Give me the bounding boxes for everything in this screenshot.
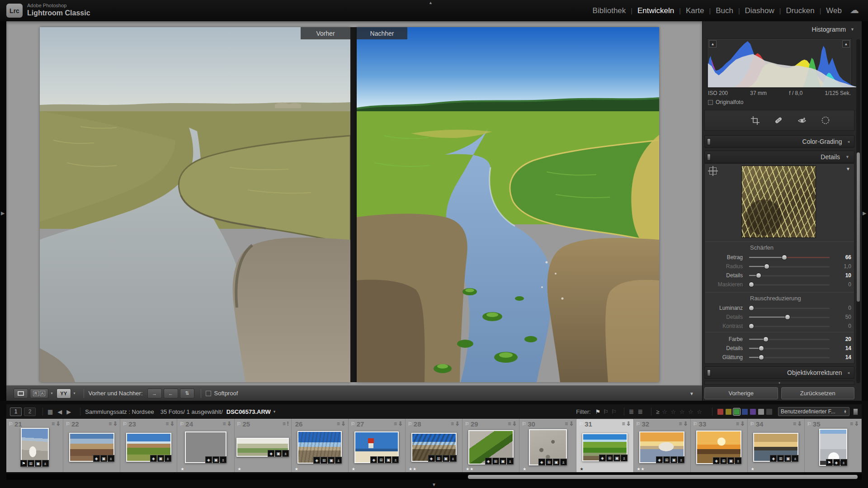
thumbnail-badge-icon[interactable]: ◈ — [93, 455, 100, 462]
flag-icon[interactable]: ⚐ — [636, 421, 641, 427]
thumbnail-badge-icon[interactable]: ▣ — [613, 455, 620, 461]
histogram-chart[interactable] — [708, 39, 857, 87]
thumbnail-badge-icon[interactable]: ◈ — [713, 457, 720, 464]
source-menu-caret-icon[interactable]: ▾ — [274, 409, 276, 414]
thumbnail-badge-icon[interactable]: ± — [840, 459, 847, 466]
thumbnail-badge-icon[interactable]: ± — [450, 455, 457, 462]
slider-track[interactable] — [749, 323, 830, 329]
thumbnail-menu-icon[interactable]: ≡ — [451, 421, 454, 427]
star-rating[interactable]: ★ — [580, 467, 584, 471]
rating-stars-filter[interactable]: ☆ ☆ ☆ ☆ ☆ — [662, 408, 703, 415]
flag-icon[interactable]: ⚐ — [9, 421, 13, 427]
thumbnail-badge-icon[interactable]: ⊞ — [777, 455, 784, 462]
filmstrip-cell[interactable]: ⚐ 28 ≡ ⇩ ◈⊞▣± ★★ — [406, 419, 462, 472]
thumbnail-badge-icon[interactable]: ▣ — [157, 455, 164, 462]
slider-thumb[interactable] — [764, 264, 769, 269]
thumbnail-badge-icon[interactable]: ▣ — [784, 455, 791, 462]
thumbnail-badge-icon[interactable]: ◈ — [485, 458, 492, 464]
sync-status-icon[interactable]: ! — [287, 421, 289, 427]
flag-icon[interactable]: ⚐ — [465, 421, 469, 427]
flag-icon[interactable]: ⚐ — [408, 421, 412, 427]
sync-status-icon[interactable]: ⇩ — [170, 421, 175, 427]
star-rating[interactable]: ★ — [180, 467, 184, 471]
flag-icon[interactable]: ⚐ — [807, 421, 811, 427]
thumbnail-badge-icon[interactable]: ⊞ — [720, 457, 727, 464]
label-color-chip[interactable] — [717, 408, 724, 415]
slider-thumb[interactable] — [756, 273, 761, 278]
thumbnail-badge-icon[interactable]: ⊞ — [435, 455, 442, 462]
healing-tool-icon[interactable] — [774, 115, 783, 125]
thumbnail-menu-icon[interactable]: ≡ — [165, 421, 169, 427]
filmstrip-cell[interactable]: ⚐ 30 ≡ ⇩ ◈⊞▣± ★ — [519, 419, 576, 472]
thumbnail-badge-icon[interactable]: ⊞ — [377, 456, 384, 463]
slider-track[interactable] — [749, 263, 830, 270]
thumbnail-badge-icon[interactable]: ◈ — [833, 459, 840, 466]
filmstrip-cell[interactable]: ⚐ 34 ≡ ⇩ ◈⊞▣± ★ — [748, 419, 805, 472]
histogram-collapse-icon[interactable]: ▼ — [850, 27, 854, 32]
module-tab-web[interactable]: Web — [826, 6, 842, 15]
slider-track[interactable] — [749, 345, 830, 351]
filmstrip-cell[interactable]: ⚐ 22 ≡ ⇩ ◈▣± — [63, 419, 120, 472]
details-panel-toggle[interactable] — [707, 154, 711, 161]
slider-track[interactable] — [749, 314, 830, 320]
photo-thumbnail[interactable]: ◈▣± — [236, 438, 289, 457]
color-grading-panel-toggle[interactable] — [707, 138, 711, 145]
flag-icon[interactable]: ⚐ — [237, 421, 241, 427]
star-rating[interactable]: ★★ — [466, 467, 474, 471]
thumbnail-badge-icon[interactable]: ⊞ — [492, 458, 499, 464]
lens-corrections-panel-toggle[interactable] — [707, 370, 711, 376]
detail-preview-thumbnail[interactable] — [741, 166, 816, 238]
thumbnail-menu-icon[interactable]: ≡ — [565, 421, 568, 427]
before-after-caret-icon[interactable]: ▾ — [74, 391, 75, 395]
thumbnail-menu-icon[interactable]: ≡ — [508, 421, 511, 427]
thumbnail-badge-icon[interactable]: ▣ — [553, 459, 560, 465]
reference-view-button[interactable]: RA — [30, 389, 48, 398]
slider-thumb[interactable] — [749, 305, 754, 311]
sync-status-icon[interactable]: ⇩ — [626, 421, 631, 427]
filmstrip-cell[interactable]: ⚐ 35 ≡ ⇩ ⚑◈± — [805, 419, 862, 472]
thumbnail-badge-icon[interactable]: ⊞ — [321, 457, 327, 464]
slider-thumb[interactable] — [782, 255, 787, 260]
toolbar-options-caret-icon[interactable]: ▼ — [689, 391, 694, 396]
star-rating[interactable]: ★ — [295, 467, 299, 471]
flag-icon[interactable]: ⚐ — [693, 421, 698, 427]
thumbnail-badge-icon[interactable]: ▣ — [385, 456, 392, 463]
thumbnail-menu-icon[interactable]: ≡ — [622, 421, 625, 427]
sync-status-icon[interactable]: ⇩ — [684, 421, 688, 427]
photo-thumbnail[interactable]: ◈⊞▣± — [411, 433, 457, 462]
label-color-chip[interactable] — [733, 408, 740, 415]
thumbnail-badge-icon[interactable]: ▣ — [500, 458, 506, 464]
photo-thumbnail[interactable]: ◈⊞▣± — [354, 431, 399, 463]
filmstrip-cell[interactable]: ⚐ 21 ≡ ⇩ ⚑⊞▣± — [6, 419, 63, 472]
details-panel-header[interactable]: Details ▼ — [704, 151, 854, 163]
filmstrip-cell[interactable]: ⚐ 27 ≡ ⇩ ◈⊞▣± ★ — [349, 419, 406, 472]
thumbnail-badge-icon[interactable]: ▣ — [275, 450, 282, 457]
thumbnail-badge-icon[interactable]: ⚑ — [20, 460, 27, 467]
slider-track[interactable] — [749, 336, 830, 342]
thumbnail-badge-icon[interactable]: ▣ — [328, 457, 335, 464]
detail-target-icon[interactable] — [709, 167, 717, 175]
flag-reject-filter-icon[interactable]: ⚐ — [611, 408, 617, 415]
thumbnail-badge-icon[interactable]: ⚑ — [826, 459, 833, 466]
slider-thumb[interactable] — [785, 314, 790, 320]
sync-status-icon[interactable]: ⇩ — [569, 421, 574, 427]
shadow-clipping-button[interactable]: ▲ — [709, 40, 717, 47]
thumbnail-badge-icon[interactable]: ± — [282, 450, 289, 457]
photo-thumbnail[interactable]: ◈▣± — [185, 431, 226, 463]
filmstrip-cell[interactable]: ⚐ 29 ≡ ⇩ ◈⊞▣± ★★ — [462, 419, 519, 472]
thumbnail-badge-icon[interactable]: ◈ — [268, 450, 274, 457]
edits-filter-icon[interactable]: ≣ — [629, 408, 634, 415]
thumbnail-badge-icon[interactable]: ± — [678, 456, 684, 463]
flag-icon[interactable]: ⚐ — [123, 421, 127, 427]
thumbnail-badge-icon[interactable]: ▣ — [670, 456, 677, 463]
copy-after-to-before-button[interactable]: ← — [164, 389, 178, 398]
thumbnail-badge-icon[interactable]: ⊞ — [28, 460, 34, 467]
label-color-chip[interactable] — [758, 408, 764, 415]
thumbnail-badge-icon[interactable]: ⊞ — [663, 456, 670, 463]
filmstrip-cell[interactable]: ⚐ 25 ≡ ! ◈▣± ★ — [235, 419, 292, 472]
thumbnail-badge-icon[interactable]: ◈ — [205, 456, 212, 463]
right-panel-scrollbar-thumb[interactable] — [857, 152, 860, 302]
lens-corrections-panel-header[interactable]: Objektivkorrekturen ◂ — [704, 366, 854, 379]
star-rating[interactable]: ★★ — [637, 467, 645, 471]
photo-thumbnail[interactable]: ◈⊞▣± — [529, 429, 567, 465]
